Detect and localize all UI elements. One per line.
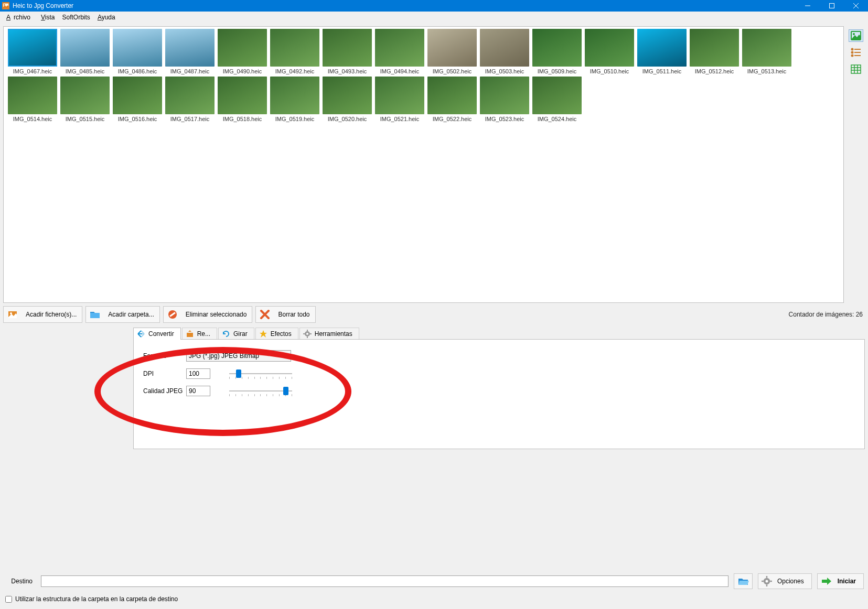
options-button[interactable]: Opciones — [758, 573, 812, 589]
menu-ayuda[interactable]: Ayuda — [94, 13, 119, 22]
effects-icon — [259, 330, 267, 338]
thumbnail-caption: IMG_0519.heic — [275, 116, 315, 122]
thumbnail-caption: IMG_0485.heic — [66, 68, 105, 74]
thumbnail-item[interactable]: IMG_0515.heic — [60, 77, 110, 122]
view-details-button[interactable] — [849, 63, 863, 75]
thumbnail-caption: IMG_0512.heic — [695, 68, 734, 74]
thumbnail-item[interactable]: IMG_0523.heic — [480, 77, 529, 122]
thumbnail-caption: IMG_0513.heic — [747, 68, 787, 74]
menu-archivo[interactable]: Archivo — [3, 13, 37, 22]
thumbnail-item[interactable]: IMG_0486.heic — [113, 29, 162, 74]
svg-rect-3 — [830, 4, 834, 8]
gear-icon — [762, 576, 772, 586]
thumbnail-item[interactable]: IMG_0510.heic — [585, 29, 634, 74]
thumbnail-item[interactable]: IMG_0524.heic — [532, 77, 582, 122]
quality-slider[interactable] — [229, 386, 292, 396]
menu-softorbits[interactable]: SoftOrbits — [59, 13, 93, 22]
start-button[interactable]: Iniciar — [817, 573, 864, 589]
window-controls — [796, 0, 868, 12]
browse-folder-button[interactable] — [734, 573, 753, 589]
thumbnail-caption: IMG_0467.heic — [13, 68, 52, 74]
maximize-button[interactable] — [820, 0, 844, 12]
start-arrow-icon — [821, 576, 832, 586]
view-mode-bar — [847, 26, 865, 303]
thumbnail-caption: IMG_0523.heic — [485, 116, 524, 122]
thumbnail-item[interactable]: IMG_0511.heic — [637, 29, 687, 74]
thumbnail-item[interactable]: IMG_0509.heic — [532, 29, 582, 74]
thumbnail-item[interactable]: IMG_0502.heic — [427, 29, 477, 74]
thumbnail-image — [8, 29, 57, 67]
svg-point-7 — [852, 52, 853, 53]
thumbnail-item[interactable]: IMG_0493.heic — [323, 29, 372, 74]
quality-input[interactable] — [186, 386, 210, 396]
thumbnail-panel[interactable]: IMG_0467.heicIMG_0485.heicIMG_0486.heicI… — [3, 26, 844, 303]
folder-structure-checkbox[interactable] — [5, 596, 12, 603]
add-files-button[interactable]: Acadir fichero(s)... — [3, 306, 82, 323]
svg-point-16 — [306, 333, 308, 335]
thumbnail-item[interactable]: IMG_0503.heic — [480, 29, 529, 74]
thumbnail-image — [427, 77, 477, 114]
thumbnail-caption: IMG_0490.heic — [223, 68, 262, 74]
thumbnail-item[interactable]: IMG_0514.heic — [8, 77, 57, 122]
clear-all-button[interactable]: Borrar todo — [255, 306, 315, 323]
thumbnail-item[interactable]: IMG_0512.heic — [690, 29, 739, 74]
thumbnail-caption: IMG_0492.heic — [275, 68, 315, 74]
thumbnail-item[interactable]: IMG_0522.heic — [427, 77, 477, 122]
view-thumbnails-button[interactable] — [849, 29, 863, 42]
thumbnail-item[interactable]: IMG_0492.heic — [270, 29, 319, 74]
tab-strip: Convertir Re... Girar Efectos Herramient… — [133, 326, 865, 340]
thumbnail-image — [270, 29, 319, 67]
thumbnail-image — [375, 29, 424, 67]
format-label: Formato — [143, 352, 186, 360]
menubar: Archivo Vista SoftOrbits Ayuda — [0, 12, 868, 23]
thumbnail-item[interactable]: IMG_0520.heic — [323, 77, 372, 122]
svg-point-5 — [853, 33, 855, 35]
gear-icon — [303, 330, 312, 338]
thumbnail-item[interactable]: IMG_0487.heic — [165, 29, 215, 74]
tab-tools[interactable]: Herramientas — [299, 328, 359, 340]
thumbnail-item[interactable]: IMG_0485.heic — [60, 29, 110, 74]
dpi-slider[interactable] — [229, 368, 292, 379]
thumbnail-caption: IMG_0503.heic — [485, 68, 524, 74]
thumbnail-caption: IMG_0515.heic — [66, 116, 105, 122]
format-select[interactable]: JPG (*.jpg) JPEG Bitmap — [186, 350, 291, 362]
dest-input[interactable] — [41, 575, 728, 587]
tab-effects-label: Efectos — [271, 330, 292, 338]
titlebar: Heic to Jpg Converter — [0, 0, 868, 12]
folder-structure-row: Utilizar la estructura de la carpeta en … — [5, 595, 178, 603]
thumbnail-item[interactable]: IMG_0519.heic — [270, 77, 319, 122]
close-button[interactable] — [844, 0, 868, 12]
thumbnail-item[interactable]: IMG_0490.heic — [218, 29, 267, 74]
add-folder-button[interactable]: Acadir carpeta... — [85, 306, 159, 323]
tab-resize[interactable]: Re... — [182, 328, 217, 340]
tab-convert[interactable]: Convertir — [133, 328, 181, 340]
thumbnail-caption: IMG_0511.heic — [642, 68, 682, 74]
tab-rotate-label: Girar — [233, 330, 248, 338]
thumbnail-caption: IMG_0502.heic — [433, 68, 472, 74]
thumbnail-image — [585, 29, 634, 67]
list-icon — [851, 48, 861, 57]
menu-vista[interactable]: Vista — [38, 13, 58, 22]
thumbnail-item[interactable]: IMG_0467.heic — [8, 29, 57, 74]
view-list-button[interactable] — [849, 46, 863, 59]
tab-effects[interactable]: Efectos — [255, 328, 298, 340]
thumbnail-item[interactable]: IMG_0494.heic — [375, 29, 424, 74]
thumbnail-item[interactable]: IMG_0521.heic — [375, 77, 424, 122]
minimize-button[interactable] — [796, 0, 820, 12]
thumbnail-item[interactable]: IMG_0513.heic — [742, 29, 791, 74]
svg-point-22 — [765, 580, 768, 583]
delete-selected-button[interactable]: Eliminar seleccionado — [163, 306, 253, 323]
thumbnail-item[interactable]: IMG_0518.heic — [218, 77, 267, 122]
tab-rotate[interactable]: Girar — [218, 328, 254, 340]
thumbnail-caption: IMG_0521.heic — [380, 116, 420, 122]
svg-rect-26 — [770, 581, 772, 582]
dpi-input[interactable] — [186, 368, 210, 379]
thumbnail-item[interactable]: IMG_0517.heic — [165, 77, 215, 122]
thumbnail-caption: IMG_0522.heic — [433, 116, 472, 122]
tab-page-convert: Formato JPG (*.jpg) JPEG Bitmap DPI Cali… — [133, 339, 865, 449]
thumbnail-image — [218, 77, 267, 114]
add-files-icon — [7, 309, 18, 320]
action-toolbar: Acadir fichero(s)... Acadir carpeta... E… — [3, 306, 865, 323]
thumbnail-item[interactable]: IMG_0516.heic — [113, 77, 162, 122]
tab-tools-label: Herramientas — [315, 330, 352, 338]
